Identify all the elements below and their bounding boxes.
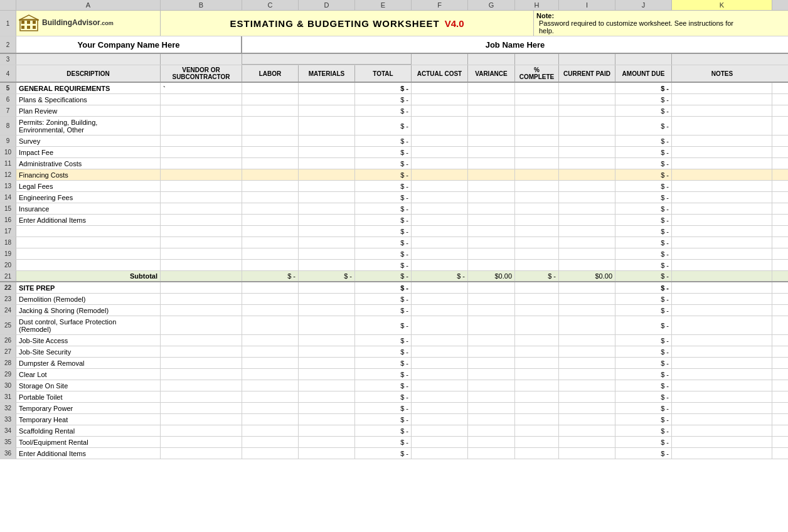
cell-17j[interactable]: $ - [615,226,672,237]
cell-8h[interactable] [515,117,559,135]
cell-24f[interactable] [412,305,468,316]
cell-25j[interactable]: $ - [615,316,672,334]
cell-16k[interactable] [672,215,772,225]
cell-11d[interactable] [299,158,355,169]
cell-27g[interactable] [468,346,515,357]
cell-27c[interactable] [242,346,299,357]
cell-12d[interactable] [299,169,355,180]
cell-15d[interactable] [299,203,355,214]
cell-22k[interactable] [672,282,772,293]
cell-28f[interactable] [412,358,468,368]
cell-18i[interactable] [559,237,615,248]
cell-21h[interactable]: $ - [515,271,559,281]
cell-28d[interactable] [299,358,355,368]
cell-33a[interactable]: Temporary Heat [16,414,161,425]
cell-20f[interactable] [412,260,468,270]
cell-35b[interactable] [161,437,242,447]
cell-34e[interactable]: $ - [355,425,412,436]
cell-33g[interactable] [468,414,515,425]
cell-13d[interactable] [299,181,355,191]
cell-8g[interactable] [468,117,515,135]
cell-5a[interactable]: GENERAL REQUIREMENTS [16,83,161,93]
cell-16a[interactable]: Enter Additional Items [16,215,161,225]
cell-35g[interactable] [468,437,515,447]
cell-30d[interactable] [299,380,355,391]
cell-13c[interactable] [242,181,299,191]
cell-20i[interactable] [559,260,615,270]
cell-7f[interactable] [412,105,468,116]
cell-13k[interactable] [672,181,772,191]
cell-11j[interactable]: $ - [615,158,672,169]
cell-31h[interactable] [515,391,559,402]
cell-30i[interactable] [559,380,615,391]
cell-16b[interactable] [161,215,242,225]
cell-12c[interactable] [242,169,299,180]
cell-16d[interactable] [299,215,355,225]
cell-32i[interactable] [559,403,615,413]
cell-6d[interactable] [299,94,355,105]
cell-5b[interactable]: ` [161,83,242,93]
cell-12h[interactable] [515,169,559,180]
cell-10e[interactable]: $ - [355,147,412,157]
cell-16h[interactable] [515,215,559,225]
cell-12e[interactable]: $ - [355,169,412,180]
cell-6a[interactable]: Plans & Specifications [16,94,161,105]
cell-29f[interactable] [412,369,468,380]
cell-9e[interactable]: $ - [355,136,412,146]
cell-10a[interactable]: Impact Fee [16,147,161,157]
cell-25g[interactable] [468,316,515,334]
cell-15k[interactable] [672,203,772,214]
cell-9a[interactable]: Survey [16,136,161,146]
cell-28c[interactable] [242,358,299,368]
cell-7c[interactable] [242,105,299,116]
cell-13f[interactable] [412,181,468,191]
cell-12b[interactable] [161,169,242,180]
cell-17e[interactable]: $ - [355,226,412,237]
cell-20a[interactable] [16,260,161,270]
cell-18f[interactable] [412,237,468,248]
cell-10i[interactable] [559,147,615,157]
cell-14d[interactable] [299,192,355,203]
cell-31k[interactable] [672,391,772,402]
cell-27f[interactable] [412,346,468,357]
cell-35e[interactable]: $ - [355,437,412,447]
cell-31a[interactable]: Portable Toilet [16,391,161,402]
cell-9g[interactable] [468,136,515,146]
cell-21b[interactable] [161,271,242,281]
cell-9d[interactable] [299,136,355,146]
cell-32k[interactable] [672,403,772,413]
cell-15f[interactable] [412,203,468,214]
cell-24e[interactable]: $ - [355,305,412,316]
cell-16e[interactable]: $ - [355,215,412,225]
cell-24i[interactable] [559,305,615,316]
cell-16f[interactable] [412,215,468,225]
cell-11i[interactable] [559,158,615,169]
cell-12i[interactable] [559,169,615,180]
cell-27a[interactable]: Job-Site Security [16,346,161,357]
cell-6f[interactable] [412,94,468,105]
cell-8a[interactable]: Permits: Zoning, Building,Environmental,… [16,117,161,135]
cell-17k[interactable] [672,226,772,237]
cell-21c[interactable]: $ - [242,271,299,281]
cell-17c[interactable] [242,226,299,237]
cell-34j[interactable]: $ - [615,425,672,436]
cell-5k[interactable] [672,83,772,93]
cell-5g[interactable] [468,83,515,93]
cell-12k[interactable] [672,169,772,180]
cell-9h[interactable] [515,136,559,146]
cell-27k[interactable] [672,346,772,357]
cell-14i[interactable] [559,192,615,203]
cell-35i[interactable] [559,437,615,447]
cell-25e[interactable]: $ - [355,316,412,334]
cell-26j[interactable]: $ - [615,335,672,346]
cell-22j[interactable]: $ - [615,282,672,293]
cell-17f[interactable] [412,226,468,237]
cell-36i[interactable] [559,448,615,459]
cell-23i[interactable] [559,294,615,304]
cell-16i[interactable] [559,215,615,225]
cell-19j[interactable]: $ - [615,248,672,259]
cell-32e[interactable]: $ - [355,403,412,413]
company-name-cell[interactable]: Your Company Name Here [16,36,242,53]
cell-34i[interactable] [559,425,615,436]
cell-26c[interactable] [242,335,299,346]
